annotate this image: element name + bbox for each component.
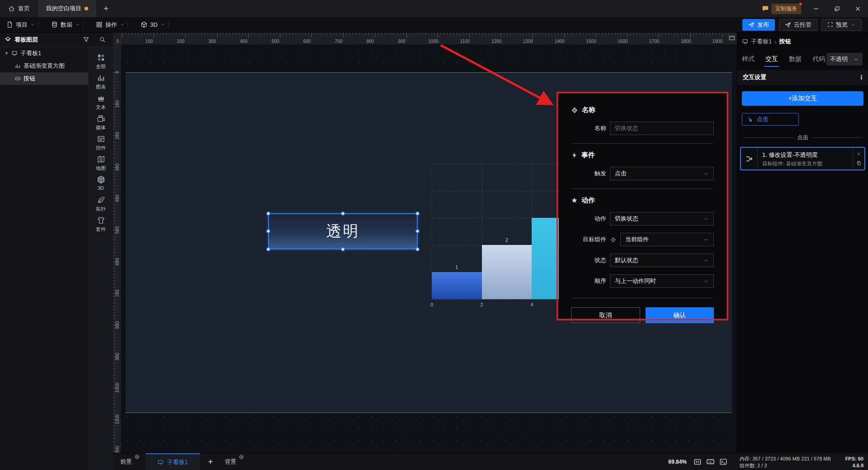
custom-service-badge[interactable]: 定制服务	[771, 4, 801, 14]
cursor-click-icon	[747, 116, 754, 123]
preview-brackets-icon	[827, 22, 833, 28]
tree-item-button[interactable]: 按钮	[0, 72, 88, 85]
preview-button[interactable]: 预览	[821, 19, 862, 31]
dock-item-icon	[97, 74, 105, 82]
new-tab-button[interactable]: +	[96, 0, 116, 17]
chart-bar	[482, 245, 532, 299]
selection-handle[interactable]	[415, 247, 420, 251]
dock-item[interactable]: 全部	[89, 53, 113, 74]
publish-button[interactable]: 发布	[742, 19, 775, 31]
selection-handle[interactable]	[266, 247, 270, 251]
selection-handle[interactable]	[266, 212, 270, 216]
tab-home[interactable]: 首页	[0, 0, 38, 17]
close-button[interactable]	[847, 0, 868, 17]
dock-item[interactable]: 控件	[89, 135, 113, 155]
search-icon[interactable]	[99, 36, 106, 43]
menu-item[interactable]: 项目	[0, 17, 45, 32]
dock-item[interactable]: 套件	[89, 216, 113, 236]
ruler-number: 900	[115, 352, 120, 360]
menu-item-label: 项目	[16, 21, 28, 29]
confirm-button[interactable]: 确认	[646, 307, 714, 323]
dock-item[interactable]: 图表	[89, 74, 113, 94]
menu-item[interactable]: 数据	[45, 17, 90, 32]
layers-title: 看板图层	[14, 36, 38, 44]
canvas-area: 0100200300400500600700800900100011001200…	[113, 33, 737, 453]
tab-interaction[interactable]: 交互	[765, 51, 778, 68]
tree-item-histogram[interactable]: 基础渐变直方图	[0, 60, 88, 72]
button-widget-icon	[14, 75, 21, 82]
ruler-settings-icon[interactable]	[728, 34, 736, 42]
click-event-button[interactable]: 点击	[742, 113, 799, 126]
opacity-dropdown[interactable]: 不透明	[826, 53, 863, 66]
selection-handle[interactable]	[415, 212, 420, 216]
menu-item-icon	[96, 21, 103, 28]
expand-caret-icon[interactable]: ▼	[5, 51, 9, 56]
section-title: 事件	[581, 151, 595, 160]
version-label: 4.6.9	[853, 462, 863, 469]
background-label[interactable]: 背景	[223, 458, 238, 466]
component-dock: 全部 图表 文本 媒体	[88, 47, 113, 470]
dock-item[interactable]: 媒体	[89, 114, 113, 135]
selection-handle[interactable]	[266, 229, 270, 233]
maximize-button[interactable]	[826, 0, 847, 17]
add-background-icon[interactable]	[239, 454, 244, 460]
trigger-select[interactable]: 点击	[610, 167, 714, 180]
menu-item[interactable]: 3D	[134, 17, 175, 32]
name-input[interactable]: 切换状态	[610, 122, 714, 135]
tree-item-board[interactable]: ▼ 子看板1	[0, 47, 88, 60]
action-field-select[interactable]: 当前组件	[620, 233, 714, 246]
tab-code[interactable]: 代码	[812, 51, 825, 68]
v-ruler[interactable]: 0100200300400500600700800900100011001200	[113, 44, 121, 453]
kebab-menu-icon[interactable]: ⁝	[860, 74, 863, 81]
tab-data[interactable]: 数据	[789, 51, 802, 68]
chart-bar	[432, 272, 482, 299]
button-widget-selected[interactable]: 透明	[268, 213, 418, 249]
dock-item[interactable]: 拓扑	[89, 196, 113, 216]
add-board-button[interactable]: +	[208, 457, 213, 467]
status-row-components: 组件数: 2 / 2 4.6.9	[740, 462, 863, 469]
status-block: 内存: 357 / 3723 / 4096 MB 221 / 578 MB FP…	[736, 454, 868, 469]
action-field-select[interactable]: 默认状态	[610, 254, 714, 267]
foreground-label[interactable]: 前景	[118, 458, 134, 466]
canvas-viewport[interactable]: 12024 透明 名称 名称	[121, 44, 737, 453]
menu-item-label: 数据	[61, 21, 72, 29]
dock-item[interactable]: 地图	[89, 155, 113, 175]
selection-handle[interactable]	[341, 212, 345, 216]
name-field-row: 名称 切换状态	[571, 122, 714, 135]
delete-interaction-icon[interactable]	[856, 151, 861, 156]
cancel-button[interactable]: 取消	[571, 307, 640, 323]
selection-handle[interactable]	[415, 229, 420, 233]
layers-header: 看板图层	[0, 33, 113, 47]
fit-screen-icon[interactable]	[693, 458, 702, 466]
minimize-button[interactable]	[806, 0, 826, 17]
add-foreground-icon[interactable]	[134, 454, 140, 460]
add-interaction-button[interactable]: +添加交互	[742, 91, 863, 106]
action-field-select[interactable]: 与上一动作同时	[610, 274, 714, 288]
selection-handle[interactable]	[341, 247, 345, 251]
action-field-row: 状态 默认状态	[571, 254, 714, 267]
filter-icon[interactable]	[83, 36, 90, 43]
target-picker-icon[interactable]	[610, 236, 617, 243]
tab-style[interactable]: 样式	[742, 51, 755, 68]
cloud-hosting-button[interactable]: 云托管	[779, 19, 817, 31]
chevron-down-icon	[703, 171, 709, 177]
breadcrumb-parent[interactable]: 子看板1	[751, 38, 772, 46]
console-icon[interactable]	[719, 458, 727, 466]
chat-bubble-icon[interactable]	[761, 0, 769, 17]
app-window: 首页 我的空白项目 + 定制服务 项目	[0, 0, 868, 470]
interaction-card[interactable]: 1. 修改设置-不透明度 目标组件: 基础渐变直方图	[740, 147, 865, 170]
board-tab-active[interactable]: 子看板1	[146, 453, 200, 470]
dock-item[interactable]: 文本	[89, 94, 113, 114]
h-ruler[interactable]: 0100200300400500600700800900100011001200…	[121, 33, 737, 44]
tab-project[interactable]: 我的空白项目	[38, 0, 96, 17]
copy-interaction-icon[interactable]	[856, 160, 862, 166]
field-label: 目标组件	[571, 235, 606, 244]
action-field-select[interactable]: 切换状态	[610, 212, 714, 226]
chart-x-tick: 4	[530, 302, 533, 307]
menu-item[interactable]: 操作	[90, 17, 134, 32]
keyboard-shortcuts-icon[interactable]	[706, 457, 715, 466]
zoom-level[interactable]: 69.84%	[668, 459, 687, 465]
dock-item[interactable]: 3D	[89, 175, 113, 196]
ruler-number: 300	[208, 39, 216, 44]
ruler-number: 900	[398, 39, 406, 44]
